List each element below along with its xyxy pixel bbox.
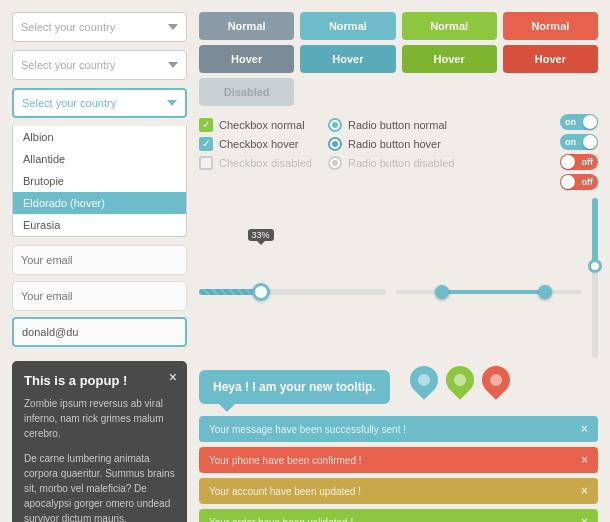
email-input-3[interactable] <box>12 317 187 347</box>
popup-body-1: Zombie ipsum reversus ab viral inferno, … <box>24 396 175 441</box>
dropdown-1[interactable]: Select your country <box>12 12 187 42</box>
checkbox-normal-box[interactable]: ✓ <box>199 118 213 132</box>
notif-close-1[interactable]: × <box>581 422 588 436</box>
radio-hover-circle[interactable] <box>328 137 342 151</box>
radio-disabled-circle <box>328 156 342 170</box>
checkbox-disabled-box <box>199 156 213 170</box>
dropdown-3[interactable]: Select your country <box>12 88 187 118</box>
radio-hover-label: Radio button hover <box>348 138 441 150</box>
list-item[interactable]: Allantide <box>13 148 186 170</box>
toggle-off-2[interactable]: off <box>560 174 598 190</box>
radio-normal-circle[interactable] <box>328 118 342 132</box>
checkbox-hover-label: Checkbox hover <box>219 138 299 150</box>
button-row-hover: Hover Hover Hover Hover <box>199 45 598 73</box>
checkmark-icon-2: ✓ <box>202 139 210 149</box>
notification-green: Your order have been validated ! × <box>199 509 598 522</box>
left-column: Select your country Select your country … <box>12 12 187 510</box>
toggle-knob-2 <box>583 135 597 149</box>
button-row-disabled: Disabled <box>199 78 598 106</box>
btn-hover-teal[interactable]: Hover <box>300 45 395 73</box>
tooltip-text: Heya ! I am your new tooltip. <box>213 380 376 394</box>
map-pin-green <box>446 366 474 394</box>
btn-normal-gray[interactable]: Normal <box>199 12 294 40</box>
vertical-slider-fill <box>592 198 598 262</box>
dropdown-2-label: Select your country <box>21 59 115 71</box>
range-handle-left[interactable] <box>435 285 449 299</box>
pin-green-icon <box>440 360 480 400</box>
checkbox-group: ✓ Checkbox normal ✓ Checkbox hover Check… <box>199 118 312 170</box>
notif-close-4[interactable]: × <box>581 515 588 522</box>
dropdown-arrow-icon-2 <box>168 62 178 68</box>
toggle-knob-4 <box>561 175 575 189</box>
checkmark-icon: ✓ <box>202 120 210 130</box>
right-column: Normal Normal Normal Normal Hover Hover … <box>199 12 598 510</box>
list-item[interactable]: Albion <box>13 126 186 148</box>
tooltip: Heya ! I am your new tooltip. <box>199 370 390 404</box>
notif-red-text: Your phone have been confirmed ! <box>209 455 362 466</box>
radio-hover[interactable]: Radio button hover <box>328 137 454 151</box>
radio-normal-label: Radio button normal <box>348 119 447 131</box>
list-item-hovered[interactable]: Eldorado (hover) <box>13 192 186 214</box>
radio-normal[interactable]: Radio button normal <box>328 118 454 132</box>
toggle-knob-3 <box>561 155 575 169</box>
btn-normal-teal[interactable]: Normal <box>300 12 395 40</box>
notification-olive: Your account have been updated ! × <box>199 478 598 504</box>
dropdown-list: Albion Allantide Brutopie Eldorado (hove… <box>12 126 187 237</box>
slider-track[interactable] <box>199 289 386 295</box>
btn-hover-red[interactable]: Hover <box>503 45 598 73</box>
toggle-on-1[interactable]: on <box>560 114 598 130</box>
range-slider <box>396 252 583 304</box>
slider-percent-label: 33% <box>248 229 274 241</box>
toggle-on-2[interactable]: on <box>560 134 598 150</box>
notification-teal: Your message have been successfully sent… <box>199 416 598 442</box>
btn-normal-green[interactable]: Normal <box>402 12 497 40</box>
dropdown-1-label: Select your country <box>21 21 115 33</box>
popup: This is a popup ! × Zombie ipsum reversu… <box>12 361 187 522</box>
btn-hover-green[interactable]: Hover <box>402 45 497 73</box>
notif-olive-text: Your account have been updated ! <box>209 486 361 497</box>
list-item[interactable]: Eurasia <box>13 214 186 236</box>
toggle-label-2: on <box>565 137 576 147</box>
notif-teal-text: Your message have been successfully sent… <box>209 424 406 435</box>
button-row-normal: Normal Normal Normal Normal <box>199 12 598 40</box>
checkbox-disabled-label: Checkbox disabled <box>219 157 312 169</box>
tooltip-pins-row: Heya ! I am your new tooltip. <box>199 366 598 404</box>
checkbox-hover-box[interactable]: ✓ <box>199 137 213 151</box>
slider-handle[interactable] <box>252 283 270 301</box>
sliders-section: 33% <box>199 198 598 358</box>
toggle-off-1[interactable]: off <box>560 154 598 170</box>
map-pin-teal <box>410 366 438 394</box>
checkbox-hover[interactable]: ✓ Checkbox hover <box>199 137 312 151</box>
popup-body-2: De carne lumbering animata corpora quaer… <box>24 451 175 522</box>
toggle-label-1: on <box>565 117 576 127</box>
notification-bars: Your message have been successfully sent… <box>199 416 598 522</box>
btn-hover-gray[interactable]: Hover <box>199 45 294 73</box>
radio-disabled-label: Radio button disabled <box>348 157 454 169</box>
radio-group: Radio button normal Radio button hover R… <box>328 118 454 170</box>
slider-1: 33% <box>199 251 386 305</box>
toggle-group: on on off off <box>560 114 598 190</box>
map-pins-section <box>400 366 520 394</box>
dropdown-3-label: Select your country <box>22 97 116 109</box>
dropdown-arrow-icon-3 <box>167 100 177 106</box>
notification-red: Your phone have been confirmed ! × <box>199 447 598 473</box>
email-input-2[interactable] <box>12 281 187 311</box>
notif-close-3[interactable]: × <box>581 484 588 498</box>
checkbox-normal-label: Checkbox normal <box>219 119 305 131</box>
btn-normal-red[interactable]: Normal <box>503 12 598 40</box>
popup-title: This is a popup ! <box>24 373 175 388</box>
checkbox-normal[interactable]: ✓ Checkbox normal <box>199 118 312 132</box>
popup-close-button[interactable]: × <box>169 369 177 385</box>
vertical-slider-handle[interactable] <box>588 259 602 273</box>
dropdown-2[interactable]: Select your country <box>12 50 187 80</box>
checks-radios: ✓ Checkbox normal ✓ Checkbox hover Check… <box>199 118 454 170</box>
range-fill <box>442 290 545 294</box>
notif-close-2[interactable]: × <box>581 453 588 467</box>
radio-disabled: Radio button disabled <box>328 156 454 170</box>
list-item[interactable]: Brutopie <box>13 170 186 192</box>
range-handle-right[interactable] <box>538 285 552 299</box>
vertical-slider[interactable] <box>592 198 598 358</box>
range-track[interactable] <box>396 290 583 294</box>
email-input-1[interactable] <box>12 245 187 275</box>
buttons-section: Normal Normal Normal Normal Hover Hover … <box>199 12 598 106</box>
